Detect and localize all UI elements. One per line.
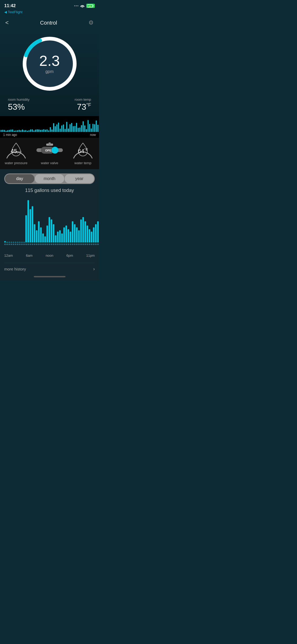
- bar-col: [53, 199, 54, 245]
- bar-col: [30, 199, 31, 245]
- chart-x-labels: 12am 6am noon 6pm 11pm: [4, 251, 95, 262]
- bar-col: [32, 199, 33, 245]
- bar-col: [91, 199, 92, 245]
- x-label-6pm: 6pm: [67, 254, 73, 257]
- flow-time-left: 1 min ago: [3, 133, 17, 137]
- svg-rect-1: [93, 5, 94, 7]
- bar-col: [49, 199, 50, 245]
- bar-col: [38, 199, 40, 245]
- tab-day[interactable]: day: [5, 174, 34, 183]
- home-indicator: [0, 274, 99, 280]
- wifi-icon: [80, 4, 85, 8]
- bar-col: [6, 199, 8, 245]
- signal-icon: [74, 5, 78, 6]
- bar-col: [25, 199, 27, 245]
- humidity-item: room humidity 53%: [8, 98, 30, 112]
- pressure-control: 45psi water pressure: [4, 141, 28, 165]
- more-history[interactable]: more history ›: [4, 263, 95, 274]
- valve-label: water valve: [41, 161, 58, 165]
- svg-rect-9: [49, 142, 51, 145]
- room-temp-item: room temp 73°F: [75, 98, 91, 112]
- chart-title: 115 gallons used today: [4, 188, 95, 193]
- bar-chart: [4, 199, 95, 251]
- bar-col: [36, 199, 37, 245]
- bar-col: [87, 199, 88, 245]
- bar-col: [15, 199, 16, 245]
- home-bar: [34, 276, 65, 277]
- header: < Control ⚙: [0, 16, 99, 29]
- bar-col: [34, 199, 35, 245]
- bar-col: [13, 199, 14, 245]
- pressure-gauge: 45psi: [4, 141, 28, 159]
- flow-time-row: 1 min ago now: [0, 132, 99, 138]
- tab-month[interactable]: month: [35, 174, 64, 183]
- pressure-value: 45psi: [11, 148, 21, 155]
- temp-unit-superscript: °F: [86, 102, 91, 108]
- bar-col: [72, 199, 73, 245]
- tab-year[interactable]: year: [65, 174, 94, 183]
- more-history-label[interactable]: more history: [4, 267, 26, 271]
- bar-col: [46, 199, 48, 245]
- gauge-unit: gpm: [39, 69, 60, 74]
- gauge-section: 2.3 gpm room humidity 53% room temp 73°F: [0, 29, 99, 116]
- x-label-11pm: 11pm: [86, 254, 95, 257]
- back-button[interactable]: <: [5, 19, 9, 26]
- bar-col: [8, 199, 10, 245]
- bar-col: [23, 199, 25, 245]
- bar-col: [84, 199, 86, 245]
- gauge-value: 2.3: [39, 53, 60, 68]
- bar-col: [42, 199, 44, 245]
- bar-col: [21, 199, 23, 245]
- bar-col: [19, 199, 21, 245]
- page-title: Control: [40, 20, 57, 26]
- gauge-center: 2.3 gpm: [39, 53, 60, 74]
- status-time: 11:42: [4, 3, 16, 8]
- valve-svg[interactable]: OPEN: [35, 141, 64, 159]
- bar-col: [61, 199, 63, 245]
- bar-col: [80, 199, 82, 245]
- bar-col: [74, 199, 76, 245]
- water-temp-control: 64°F water temp: [71, 141, 95, 165]
- bar-col: [82, 199, 84, 245]
- water-temp-unit: °F: [84, 148, 88, 152]
- bar-col: [78, 199, 80, 245]
- testflight-label[interactable]: ◀ TestFlight: [4, 10, 95, 14]
- bar-col: [59, 199, 61, 245]
- bar-col: [68, 199, 69, 245]
- controls-section: 45psi water pressure OPEN water valve: [0, 138, 99, 169]
- bar-col: [55, 199, 56, 245]
- flow-chart: [0, 116, 99, 132]
- room-temp-value: 73°F: [75, 102, 91, 112]
- bar-col: [76, 199, 78, 245]
- pressure-label: water pressure: [5, 161, 27, 165]
- bar-col: [27, 199, 29, 245]
- flow-time-right: now: [90, 133, 96, 137]
- water-temp-label: water temp: [74, 161, 91, 165]
- valve-svg-wrap[interactable]: OPEN: [35, 141, 64, 159]
- bar-col: [57, 199, 59, 245]
- bar-col: [95, 199, 97, 245]
- chart-section: day month year 115 gallons used today 12…: [0, 169, 99, 274]
- x-label-6am: 6am: [26, 254, 32, 257]
- settings-button[interactable]: ⚙: [88, 19, 94, 26]
- water-temp-gauge: 64°F: [71, 141, 95, 159]
- testflight-bar: ◀ TestFlight: [0, 10, 99, 16]
- bar-col: [70, 199, 71, 245]
- bar-col: [63, 199, 65, 245]
- humidity-temp-row: room humidity 53% room temp 73°F: [5, 95, 94, 116]
- svg-point-12: [51, 147, 58, 154]
- x-label-12am: 12am: [4, 254, 13, 257]
- bar-col: [51, 199, 52, 245]
- valve-control[interactable]: OPEN water valve: [35, 141, 64, 165]
- bar-col: [97, 199, 99, 245]
- bar-col: [11, 199, 12, 245]
- water-temp-value: 64°F: [78, 148, 88, 155]
- more-history-arrow[interactable]: ›: [93, 266, 95, 272]
- room-temp-label: room temp: [75, 98, 91, 102]
- bar-col: [40, 199, 42, 245]
- flow-bar-section: 1 min ago now: [0, 116, 99, 138]
- bar-col: [89, 199, 90, 245]
- bar-col: [44, 199, 46, 245]
- svg-text:⚡: ⚡: [89, 5, 91, 7]
- status-bar: 11:42 ⚡: [0, 0, 99, 10]
